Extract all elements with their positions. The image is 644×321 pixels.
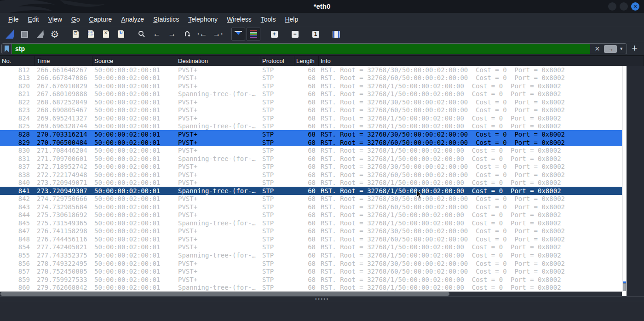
column-header-protocol[interactable]: Protocol xyxy=(260,56,294,66)
start-capture-button[interactable] xyxy=(2,28,16,40)
packet-row[interactable]: 841 273.720949307 50:00:00:02:00:01 Span… xyxy=(0,187,622,195)
menu-item-file[interactable]: File xyxy=(4,14,23,25)
column-header-source[interactable]: Source xyxy=(92,56,176,66)
menu-item-telephony[interactable]: Telephony xyxy=(184,14,222,25)
packet-row[interactable]: 857 278.752450885 50:00:00:02:00:01 PVST… xyxy=(0,267,622,275)
stop-icon xyxy=(21,31,28,38)
packet-row[interactable]: 822 268.687252049 50:00:00:02:00:01 PVST… xyxy=(0,98,622,106)
packet-no: 848 xyxy=(0,235,35,243)
vertical-scrollbar[interactable] xyxy=(622,66,626,292)
filter-dropdown-caret-icon[interactable]: ▼ xyxy=(619,46,623,51)
menu-item-help[interactable]: Help xyxy=(280,14,303,25)
packet-destination: Spanning-tree-(for-… xyxy=(176,155,260,162)
menu-item-analyze[interactable]: Analyze xyxy=(116,14,149,25)
packet-protocol: STP xyxy=(260,195,294,202)
packet-row[interactable]: 812 266.661648267 50:00:00:02:00:01 PVST… xyxy=(0,66,622,74)
vertical-scrollbar-thumb[interactable] xyxy=(623,283,626,291)
apply-filter-button[interactable]: → xyxy=(604,45,617,53)
minimize-button[interactable] xyxy=(608,2,616,11)
open-file-button[interactable]: ◳ xyxy=(69,28,82,40)
horizontal-scrollbar[interactable] xyxy=(0,292,644,296)
packet-no: 824 xyxy=(0,115,35,122)
packet-destination: PVST+ xyxy=(176,203,260,211)
close-file-button[interactable]: ✕ xyxy=(99,28,113,40)
packet-row[interactable]: 856 278.749322495 50:00:00:02:00:01 PVST… xyxy=(0,259,622,268)
column-header-no[interactable]: No. xyxy=(0,56,35,66)
packet-no: 830 xyxy=(0,147,35,154)
packet-time: 269.695241327 xyxy=(35,115,92,122)
add-filter-button-button[interactable]: + xyxy=(627,43,641,54)
packet-row[interactable]: 831 271.709700601 50:00:00:02:00:01 Span… xyxy=(0,155,622,163)
display-filter-input[interactable]: stp xyxy=(12,44,590,54)
scrollbar-corner xyxy=(622,292,627,296)
packet-no: 841 xyxy=(0,187,35,195)
packet-row[interactable]: 843 274.732985684 50:00:00:02:00:01 PVST… xyxy=(0,203,622,211)
column-header-length[interactable]: Length xyxy=(294,56,319,66)
packet-row[interactable]: 847 276.741158298 50:00:00:02:00:01 PVST… xyxy=(0,227,622,235)
packet-row[interactable]: 840 273.720949071 50:00:00:02:00:01 PVST… xyxy=(0,178,622,187)
capture-options-button[interactable]: ⚙ xyxy=(48,28,62,40)
go-first-packet-button[interactable]: •← xyxy=(196,28,209,40)
lower-pane xyxy=(0,301,644,321)
menu-item-edit[interactable]: Edit xyxy=(23,14,44,25)
packet-row[interactable]: 855 277.743352375 50:00:00:02:00:01 Span… xyxy=(0,251,622,259)
packet-row[interactable]: 848 276.744456116 50:00:00:02:00:01 PVST… xyxy=(0,235,622,243)
filter-bookmark-button[interactable] xyxy=(2,44,12,54)
window-title: *eth0 xyxy=(0,0,644,13)
packet-row[interactable]: 838 272.722174948 50:00:00:02:00:01 PVST… xyxy=(0,171,622,179)
stop-capture-button[interactable] xyxy=(17,28,31,40)
packet-source: 50:00:00:02:00:01 xyxy=(92,227,176,235)
packet-source: 50:00:00:02:00:01 xyxy=(92,82,176,90)
packet-row[interactable]: 844 275.730618692 50:00:00:02:00:01 PVST… xyxy=(0,211,622,219)
packet-row[interactable]: 837 272.718952742 50:00:00:02:00:01 PVST… xyxy=(0,162,622,171)
menu-item-tools[interactable]: Tools xyxy=(256,14,281,25)
save-file-button[interactable]: 01010110 xyxy=(84,28,98,40)
packet-row[interactable]: 813 266.667847086 50:00:00:02:00:01 PVST… xyxy=(0,74,622,82)
column-header-info[interactable]: Info xyxy=(319,56,644,66)
colorize-button[interactable] xyxy=(247,28,260,40)
go-to-packet-button[interactable] xyxy=(180,28,194,40)
menu-item-go[interactable]: Go xyxy=(67,14,85,25)
packet-row[interactable]: 823 268.690805467 50:00:00:02:00:01 PVST… xyxy=(0,106,622,115)
go-forward-button[interactable]: → xyxy=(165,28,179,40)
packet-row[interactable]: 829 270.706500484 50:00:00:02:00:01 PVST… xyxy=(0,138,622,147)
menu-item-wireless[interactable]: Wireless xyxy=(222,14,256,25)
pane-splitter[interactable]: ●●●●● xyxy=(0,296,644,301)
menu-item-view[interactable]: View xyxy=(44,14,67,25)
packet-time: 274.729750666 xyxy=(35,195,92,202)
packet-row[interactable]: 820 267.676910029 50:00:00:02:00:01 PVST… xyxy=(0,82,622,90)
clear-filter-icon[interactable]: ✕ xyxy=(590,45,604,52)
packet-row[interactable]: 825 269.696328744 50:00:00:02:00:01 Span… xyxy=(0,122,622,131)
column-header-destination[interactable]: Destination xyxy=(176,56,260,66)
packet-row[interactable]: 830 271.708446204 50:00:00:02:00:01 PVST… xyxy=(0,146,622,155)
go-last-packet-button[interactable]: →• xyxy=(211,28,224,40)
maximize-button[interactable] xyxy=(620,2,628,11)
packet-protocol: STP xyxy=(260,171,294,178)
auto-scroll-button[interactable] xyxy=(231,28,245,40)
packet-row[interactable]: 828 270.703316214 50:00:00:02:00:01 PVST… xyxy=(0,130,622,138)
reload-file-button[interactable]: ↻ xyxy=(114,28,128,40)
packet-destination: PVST+ xyxy=(176,268,260,275)
find-packet-button[interactable] xyxy=(135,28,149,40)
packet-row[interactable]: 821 267.680109888 50:00:00:02:00:01 Span… xyxy=(0,90,622,98)
packet-length: 68 xyxy=(294,203,319,211)
packet-row[interactable]: 859 279.759927533 50:00:00:02:00:01 PVST… xyxy=(0,275,622,284)
auto-scroll-icon xyxy=(235,31,242,38)
close-button[interactable]: ✕ xyxy=(631,2,639,11)
column-header-time[interactable]: Time xyxy=(35,56,92,66)
packet-protocol: STP xyxy=(260,163,294,170)
menu-item-capture[interactable]: Capture xyxy=(85,14,117,25)
packet-row[interactable]: 824 269.695241327 50:00:00:02:00:01 PVST… xyxy=(0,114,622,122)
menu-item-statistics[interactable]: Statistics xyxy=(149,14,184,25)
go-back-button[interactable]: ← xyxy=(150,28,164,40)
packet-row[interactable]: 860 279.762668842 50:00:00:02:00:01 Span… xyxy=(0,283,622,292)
zoom-out-button[interactable]: − xyxy=(288,28,302,40)
packet-row[interactable]: 845 275.731549365 50:00:00:02:00:01 Span… xyxy=(0,219,622,227)
zoom-in-button[interactable]: + xyxy=(267,28,281,40)
resize-columns-button[interactable] xyxy=(329,28,343,40)
packet-row[interactable]: 854 277.742405021 50:00:00:02:00:01 PVST… xyxy=(0,243,622,252)
restart-capture-button[interactable] xyxy=(33,28,46,40)
normal-size-button[interactable]: 1 xyxy=(309,28,322,40)
packet-row[interactable]: 842 274.729750666 50:00:00:02:00:01 PVST… xyxy=(0,195,622,203)
horizontal-scrollbar-thumb[interactable] xyxy=(0,292,449,296)
